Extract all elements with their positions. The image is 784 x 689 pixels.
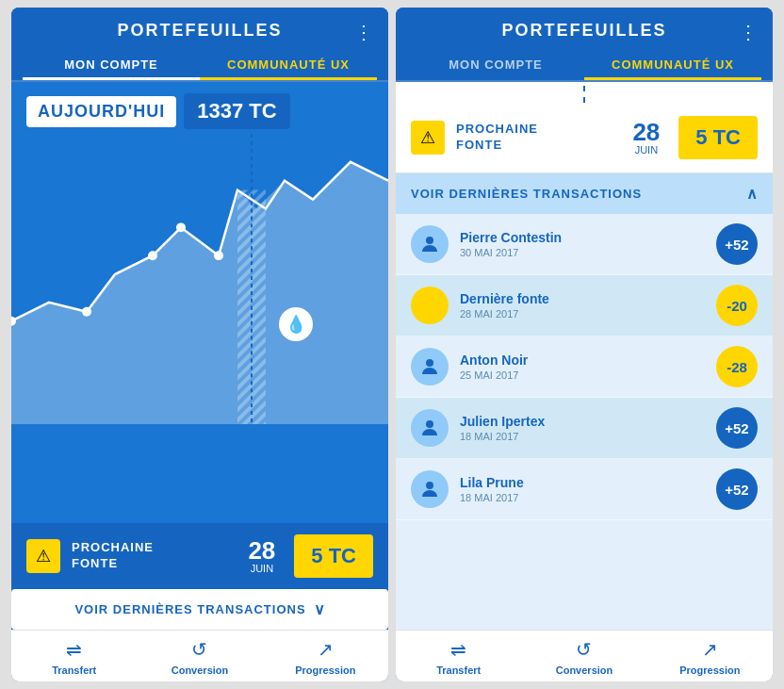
right-voir-transactions[interactable]: VOIR DERNIÈRES TRANSACTIONS ∧: [396, 173, 773, 214]
today-label: AUJOURD'HUI: [26, 96, 176, 127]
right-fonte-date: 28 JUIN: [632, 120, 660, 156]
transaction-amount-5: +52: [716, 468, 758, 510]
avatar-3: [411, 348, 449, 386]
transaction-name-3: Anton Noir: [460, 353, 705, 368]
left-chart-area: AUJOURD'HUI 1337 TC: [11, 82, 388, 523]
transaction-amount-1: +52: [716, 223, 758, 265]
left-nav-conversion[interactable]: ↺ Conversion: [137, 638, 262, 676]
left-header: PORTEFEUILLES ⋮: [11, 8, 388, 50]
transaction-name-1: Pierre Contestin: [460, 230, 705, 245]
transaction-date-5: 18 MAI 2017: [460, 492, 705, 503]
left-conversion-label: Conversion: [172, 664, 229, 676]
left-title: PORTEFEUILLES: [26, 21, 373, 41]
transaction-name-4: Julien Ipertex: [460, 414, 705, 429]
right-transfert-label: Transfert: [436, 664, 481, 676]
left-voir-transactions[interactable]: VOIR DERNIÈRES TRANSACTIONS ∨: [11, 589, 388, 630]
transaction-amount-4: +52: [716, 407, 758, 449]
svg-point-11: [426, 420, 433, 428]
right-nav-transfert[interactable]: ⇌ Transfert: [396, 638, 521, 676]
right-fonte-tc: 5 TC: [678, 116, 758, 159]
left-nav-transfert[interactable]: ⇌ Transfert: [11, 638, 137, 676]
avatar-1: [411, 225, 449, 263]
right-bottom-nav: ⇌ Transfert ↺ Conversion ↗ Progression: [396, 630, 773, 681]
right-fonte-text: PROCHAINE FONTE: [456, 122, 621, 154]
right-transfert-icon: ⇌: [450, 638, 466, 661]
left-fonte-tc: 5 TC: [294, 534, 373, 578]
svg-point-10: [426, 359, 433, 367]
avatar-5: [411, 470, 449, 508]
svg-point-9: [426, 237, 433, 244]
right-nav-progression[interactable]: ↗ Progression: [647, 638, 773, 676]
right-screen: PORTEFEUILLES ⋮ MON COMPTE COMMUNAUTÉ UX…: [396, 8, 773, 681]
left-progression-label: Progression: [295, 664, 355, 676]
transactions-list: Pierre Contestin 30 MAI 2017 +52 Dernièr…: [396, 214, 773, 630]
transaction-info-3: Anton Noir 25 MAI 2017: [460, 353, 705, 381]
transaction-item-2: Dernière fonte 28 MAI 2017 -20: [396, 275, 773, 336]
left-fonte-text: PROCHAINE FONTE: [72, 540, 237, 572]
chart-svg: [11, 134, 388, 424]
left-bottom-nav: ⇌ Transfert ↺ Conversion ↗ Progression: [11, 630, 388, 681]
left-screen: PORTEFEUILLES ⋮ MON COMPTE COMMUNAUTÉ UX…: [11, 8, 388, 681]
drop-icon: 💧: [279, 307, 313, 341]
right-conversion-icon: ↺: [576, 638, 592, 661]
right-voir-chevron: ∧: [746, 185, 758, 203]
svg-point-6: [148, 251, 157, 260]
left-voir-text: VOIR DERNIÈRES TRANSACTIONS: [74, 602, 305, 616]
transaction-info-5: Lila Prune 18 MAI 2017: [460, 475, 705, 503]
left-voir-chevron: ∨: [314, 600, 325, 618]
right-dashed-top: [396, 82, 773, 103]
right-warning-symbol: ⚠: [420, 127, 435, 148]
left-tab-mon-compte[interactable]: MON COMPTE: [23, 50, 200, 80]
transaction-info-1: Pierre Contestin 30 MAI 2017: [460, 230, 705, 258]
left-conversion-icon: ↺: [191, 638, 207, 661]
left-tab-communaute[interactable]: COMMUNAUTÉ UX: [200, 50, 377, 80]
left-tabs: MON COMPTE COMMUNAUTÉ UX: [11, 50, 388, 82]
right-main: ⚠ PROCHAINE FONTE 28 JUIN 5 TC VOIR DERN…: [396, 82, 773, 630]
transaction-date-1: 30 MAI 2017: [460, 247, 705, 258]
transaction-item-4: Julien Ipertex 18 MAI 2017 +52: [396, 398, 773, 459]
warning-symbol: ⚠: [36, 546, 51, 566]
left-menu-dots[interactable]: ⋮: [354, 21, 373, 43]
left-transfert-label: Transfert: [52, 664, 96, 676]
transaction-info-2: Dernière fonte 28 MAI 2017: [460, 291, 705, 320]
transaction-date-4: 18 MAI 2017: [460, 431, 705, 442]
right-voir-text: VOIR DERNIÈRES TRANSACTIONS: [411, 187, 642, 201]
left-progression-icon: ↗: [318, 638, 334, 661]
right-tabs: MON COMPTE COMMUNAUTÉ UX: [396, 50, 773, 82]
right-tab-communaute[interactable]: COMMUNAUTÉ UX: [584, 50, 761, 80]
transaction-item-3: Anton Noir 25 MAI 2017 -28: [396, 336, 773, 398]
today-value: 1337 TC: [184, 93, 289, 129]
transaction-date-2: 28 MAI 2017: [460, 308, 705, 320]
svg-point-12: [426, 482, 433, 489]
right-progression-icon: ↗: [702, 638, 718, 661]
transaction-info-4: Julien Ipertex 18 MAI 2017: [460, 414, 705, 442]
transaction-name-2: Dernière fonte: [460, 291, 705, 306]
right-warning-icon: ⚠: [411, 121, 445, 155]
transaction-item-1: Pierre Contestin 30 MAI 2017 +52: [396, 214, 773, 275]
right-tab-mon-compte[interactable]: MON COMPTE: [407, 50, 584, 80]
svg-point-8: [214, 251, 223, 260]
today-banner: AUJOURD'HUI 1337 TC: [11, 82, 388, 140]
left-fonte-banner: ⚠ PROCHAINE FONTE 28 JUIN 5 TC: [11, 523, 388, 589]
left-transfert-icon: ⇌: [66, 638, 82, 661]
transaction-date-3: 25 MAI 2017: [460, 369, 705, 381]
transaction-item-5: Lila Prune 18 MAI 2017 +52: [396, 459, 773, 520]
right-title: PORTEFEUILLES: [411, 21, 758, 41]
right-header: PORTEFEUILLES ⋮: [396, 8, 773, 50]
right-menu-dots[interactable]: ⋮: [739, 21, 758, 43]
avatar-2: [411, 287, 449, 324]
svg-marker-1: [11, 162, 388, 424]
dashed-line-top: [583, 86, 585, 103]
transaction-amount-2: -20: [716, 285, 758, 326]
left-warning-icon: ⚠: [26, 539, 60, 573]
left-nav-progression[interactable]: ↗ Progression: [263, 638, 388, 676]
right-fonte-banner: ⚠ PROCHAINE FONTE 28 JUIN 5 TC: [396, 103, 773, 173]
right-progression-label: Progression: [679, 664, 740, 676]
right-conversion-label: Conversion: [556, 664, 613, 676]
transaction-amount-3: -28: [716, 346, 758, 387]
svg-point-7: [176, 222, 186, 232]
avatar-4: [411, 409, 449, 447]
transaction-name-5: Lila Prune: [460, 475, 705, 490]
left-fonte-date: 28 JUIN: [248, 538, 275, 574]
right-nav-conversion[interactable]: ↺ Conversion: [521, 638, 646, 676]
